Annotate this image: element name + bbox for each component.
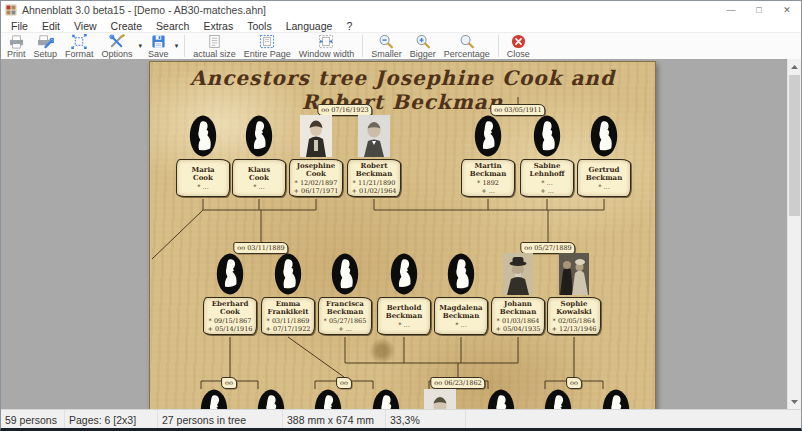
app-window: Ahnenblatt 3.0 beta15 - [Demo - AB30-mat… xyxy=(0,0,802,431)
male-silhouette-icon xyxy=(314,389,342,409)
female-silhouette-icon xyxy=(372,389,400,409)
person-node-martin-beckman[interactable]: MartinBeckman * 1892+ ... xyxy=(461,115,515,197)
person-node[interactable] xyxy=(359,389,413,409)
person-node-klaus-cook[interactable]: KlausCook * ... xyxy=(232,115,286,197)
magnifier-minus-icon xyxy=(378,34,394,49)
person-node-magdalena-beckman[interactable]: MagdalenaBeckman * ... xyxy=(434,253,488,335)
person-plate: EmmaFrankikeit * 03/11/1869+ 07/17/1922 xyxy=(261,297,315,335)
person-node-sabine-lehnhoff[interactable]: SabineLehnhoff * ...+ ... xyxy=(520,115,574,197)
format-button[interactable]: Format xyxy=(61,33,98,59)
person-plate: FranciscaBeckman * 05/27/1865+ ... xyxy=(318,297,372,335)
app-icon xyxy=(5,4,17,16)
person-plate: MagdalenaBeckman * ... xyxy=(434,297,488,335)
close-window-button[interactable]: ✕ xyxy=(773,1,801,19)
status-persons-in-tree: 27 persons in tree xyxy=(158,410,283,430)
female-silhouette-icon xyxy=(487,389,515,409)
person-plate: RobertBeckman * 11/21/1890+ 01/02/1964 xyxy=(347,159,401,197)
save-dropdown-arrow[interactable]: ▾ xyxy=(173,42,181,50)
portrait-photo xyxy=(300,115,332,157)
printer-setup-icon xyxy=(37,34,54,49)
male-silhouette-icon xyxy=(216,253,244,295)
setup-button[interactable]: Setup xyxy=(30,33,62,59)
actual-size-button[interactable]: actual size xyxy=(189,33,240,59)
scroll-down-arrow[interactable] xyxy=(788,394,801,409)
person-node-berthold-beckman[interactable]: BertholdBeckman * ... xyxy=(377,253,431,335)
toolbar-separator xyxy=(362,35,363,57)
maximize-button[interactable]: □ xyxy=(745,1,773,19)
window-width-button[interactable]: Window width xyxy=(295,33,359,59)
male-silhouette-icon xyxy=(390,253,418,295)
person-plate: GertrudBeckman * ... xyxy=(577,159,631,197)
person-node-francisca-beckman[interactable]: FranciscaBeckman * 05/27/1865+ ... xyxy=(318,253,372,335)
close-red-icon xyxy=(511,34,526,49)
status-zoom-level: 33,3% xyxy=(386,410,466,430)
female-silhouette-icon xyxy=(590,115,618,157)
male-silhouette-icon xyxy=(200,389,228,409)
menu-search[interactable]: Search xyxy=(149,19,196,32)
female-silhouette-icon xyxy=(189,115,217,157)
format-icon xyxy=(71,34,87,49)
person-plate: SophieKowalski * 02/05/1864+ 12/13/1946 xyxy=(547,297,601,335)
document-page: Ancestors tree Josephine Cook and Robert… xyxy=(149,61,656,409)
female-silhouette-icon xyxy=(257,389,285,409)
menu-edit[interactable]: Edit xyxy=(35,19,67,32)
minimize-button[interactable]: — xyxy=(717,1,745,19)
vertical-scrollbar[interactable] xyxy=(787,59,801,409)
zoom-out-button[interactable]: Smaller xyxy=(367,33,406,59)
zoom-percentage-button[interactable]: Percentage xyxy=(440,33,494,59)
person-node-gertrud-beckman[interactable]: GertrudBeckman * ... xyxy=(577,115,631,197)
person-node[interactable] xyxy=(531,389,585,409)
title-bar: Ahnenblatt 3.0 beta15 - [Demo - AB30-mat… xyxy=(1,1,801,19)
preview-canvas[interactable]: Ancestors tree Josephine Cook and Robert… xyxy=(1,59,801,409)
person-plate: KlausCook * ... xyxy=(232,159,286,197)
options-dropdown-arrow[interactable]: ▾ xyxy=(137,42,145,50)
person-node-maria-cook[interactable]: MariaCook * ... xyxy=(176,115,230,197)
male-silhouette-icon xyxy=(544,389,572,409)
male-silhouette-icon xyxy=(474,115,502,157)
person-node-emma-frankikeit[interactable]: EmmaFrankikeit * 03/11/1869+ 07/17/1922 xyxy=(261,253,315,335)
minimize-icon: — xyxy=(727,5,736,15)
portrait-photo xyxy=(358,115,390,157)
person-node[interactable] xyxy=(474,389,528,409)
person-node[interactable] xyxy=(244,389,298,409)
person-node[interactable] xyxy=(413,389,467,409)
marriage-label: oo xyxy=(221,377,237,389)
person-node-eberhard-cook[interactable]: EberhardCook * 09/15/1867+ 05/14/1916 xyxy=(203,253,257,335)
menu-create[interactable]: Create xyxy=(104,19,150,32)
marriage-label: oo xyxy=(336,377,352,389)
menu-view[interactable]: View xyxy=(67,19,104,32)
person-node[interactable] xyxy=(187,389,241,409)
save-button[interactable]: Save xyxy=(144,33,173,59)
status-bar: 59 persons Pages: 6 [2x3] 27 persons in … xyxy=(1,409,801,430)
close-preview-button[interactable]: Close xyxy=(503,33,534,59)
zoom-in-button[interactable]: Bigger xyxy=(406,33,440,59)
person-plate: MariaCook * ... xyxy=(176,159,230,197)
marriage-label: oo xyxy=(566,377,582,389)
person-node[interactable] xyxy=(301,389,355,409)
close-icon: ✕ xyxy=(783,5,791,15)
scroll-up-arrow[interactable] xyxy=(788,59,801,74)
entire-page-button[interactable]: Entire Page xyxy=(240,33,295,59)
menu-file[interactable]: File xyxy=(4,19,35,32)
toolbar-separator xyxy=(498,35,499,57)
menu-help[interactable]: ? xyxy=(339,19,359,32)
male-silhouette-icon xyxy=(245,115,273,157)
menu-language[interactable]: Language xyxy=(279,19,340,32)
print-button[interactable]: Print xyxy=(3,33,30,59)
person-node[interactable] xyxy=(589,389,643,409)
scrollbar-thumb[interactable] xyxy=(789,75,800,216)
status-total-persons: 59 persons xyxy=(1,410,65,430)
maximize-icon: □ xyxy=(756,5,761,15)
person-plate: EberhardCook * 09/15/1867+ 05/14/1916 xyxy=(203,297,257,335)
person-node-josephine-cook[interactable]: JosephineCook * 12/02/1897+ 06/17/1971 xyxy=(289,115,343,197)
person-plate: BertholdBeckman * ... xyxy=(377,297,431,335)
menu-tools[interactable]: Tools xyxy=(240,19,279,32)
options-button[interactable]: Options xyxy=(98,33,137,59)
menu-extras[interactable]: Extras xyxy=(196,19,240,32)
person-node-robert-beckman[interactable]: RobertBeckman * 11/21/1890+ 01/02/1964 xyxy=(347,115,401,197)
person-node-sophie-kowalski[interactable]: SophieKowalski * 02/05/1864+ 12/13/1946 xyxy=(547,253,601,335)
female-silhouette-icon xyxy=(274,253,302,295)
portrait-photo xyxy=(559,253,589,295)
female-silhouette-icon xyxy=(447,253,475,295)
person-node-johann-beckman[interactable]: JohannBeckman * 01/03/1864+ 05/04/1935 xyxy=(491,253,545,335)
